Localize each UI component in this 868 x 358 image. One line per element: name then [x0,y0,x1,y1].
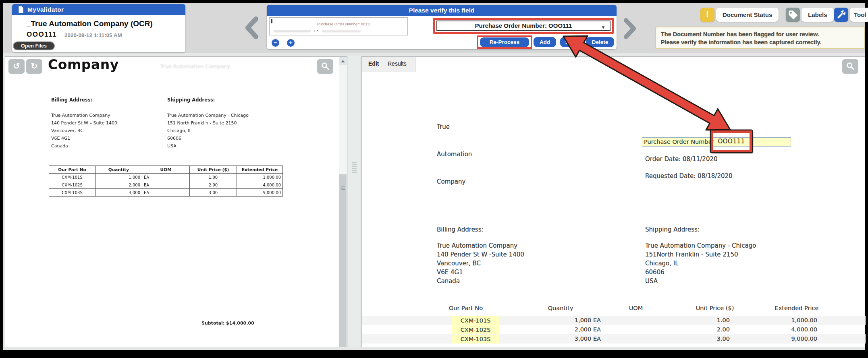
app-window: MyValidator _True Automation Company (OC… [0,0,868,358]
split-button[interactable]: Split [560,37,582,47]
left-panel-zoom-button[interactable] [317,59,333,74]
scrollbar-thumb[interactable] [339,174,347,347]
snippet-faint-line [274,30,311,32]
app-card: MyValidator _True Automation Company (OC… [12,4,185,52]
billing-address-label: Billing Address: [437,226,484,233]
scan-billing-label: Billing Address: [51,97,92,103]
magnifier-icon [320,61,330,71]
tooltip-line-1: The Document Number has been flagged for… [661,30,860,38]
zoom-out-button[interactable]: − [272,39,279,47]
document-icon [18,6,24,14]
verify-card-title: Please verify this field [267,7,617,14]
col-header-extended-price: Extended Price [756,305,837,311]
snippet-faint-dots [314,30,318,32]
add-button[interactable]: Add [534,37,556,47]
scan-company-heading: Company [48,57,119,72]
part-no-highlight: CXM-101S [452,316,499,325]
review-tooltip: The Document Number has been flagged for… [655,27,865,49]
extracted-data-panel: Edit Results True Automation Company Pur… [361,56,865,347]
verify-card-header: Please verify this field [267,5,617,16]
tag-icon [786,8,800,22]
panel-splitter[interactable] [348,56,360,347]
snippet-mark [271,19,272,23]
document-number: OOO111 [27,31,57,39]
document-status-button[interactable]: Document Status [716,8,779,22]
snippet-faint-line2 [322,30,361,32]
verify-field-card: Please verify this field Purchase Order … [267,5,617,49]
scan-billing-address: True Automation Company 140 Pender St W … [51,112,117,150]
document-status-icon[interactable]: ! [700,8,714,22]
doc-word-automation: Automation [437,151,472,158]
wrench-icon [834,8,848,22]
shipping-address-block: True Automation Company - Chicago 151Nor… [645,241,756,286]
table-header-row: Our Part No Quantity UOM Unit Price ($) … [49,166,283,174]
po-field-value: OOO111 [718,138,745,145]
document-title: _True Automation Company (OCR) [27,19,153,28]
labels-button[interactable]: Labels [802,8,834,22]
order-date-field: Order Date: 08/11/2020 [645,155,718,163]
scanned-document: Company True Automation Company Billing … [5,57,336,347]
table-row: CXM-101S 1,000 EA 1.00 1,000.00 [49,174,283,181]
scrollbar-up-arrow[interactable] [339,57,347,65]
tools-button[interactable]: Tool [850,8,868,22]
doc-word-company: Company [437,178,465,185]
tooltip-line-2: Please verify the information has been c… [661,38,860,46]
scan-line-items-table: Our Part No Quantity UOM Unit Price ($) … [49,166,283,197]
delete-button[interactable]: Delete [586,37,614,47]
redo-button[interactable]: ↻ [26,59,42,74]
table-row: CXM-102S 2,000 EA 2.00 4,000.00 [49,181,283,189]
field-dropdown-value: Purchase Order Number: OOO111 [475,22,572,29]
next-field-chevron[interactable] [622,18,638,39]
reprocess-button[interactable]: Re-Process [480,37,529,47]
billing-address-block: True Automation Company 140 Pender St W … [437,241,524,286]
part-no-highlight: CXM-103S [452,335,499,344]
snippet-text: Purchase Order Number: 00111 [317,22,371,26]
magnifier-icon [845,61,855,71]
doc-word-true: True [437,123,450,130]
document-timestamp: 2020-08-12 1:11:05 AM [64,32,122,38]
scan-shipping-label: Shipping Address: [167,97,215,103]
po-field-label: Purchase Order Number [644,139,714,145]
zoom-in-button[interactable]: + [287,39,295,47]
requested-date-field: Requested Date: 08/18/2020 [645,172,733,180]
splitter-grip [352,162,357,173]
app-card-header: MyValidator [12,4,185,15]
undo-button[interactable]: ↺ [8,59,25,74]
scrollbar-grip [341,186,345,190]
chevron-down-icon: ▼ [601,23,606,32]
previous-field-chevron[interactable] [243,16,260,39]
scan-subtotal: Subtotal: $14,000.00 [201,321,254,326]
open-files-button[interactable]: Open Files [13,41,55,50]
labels-tag-icon[interactable] [786,8,800,22]
col-header-part: Our Part No [426,305,506,311]
document-image-panel: Company True Automation Company Billing … [5,56,347,347]
col-header-quantity: Quantity [520,305,601,311]
scan-faint-header-text: True Automation Company [160,63,230,69]
right-panel-zoom-button[interactable] [842,59,858,74]
col-header-uom: UOM [596,305,676,311]
rendered-document: True Automation Company Purchase Order N… [362,57,866,348]
scan-shipping-address: True Automation Company - Chicago 151 No… [167,112,249,150]
po-value-annotation-box: OOO111 [711,130,752,152]
col-header-unit-price: Unit Price ($) [675,305,755,311]
field-snippet-thumbnail[interactable]: Purchase Order Number: 00111 [269,17,408,35]
table-row: CXM-103S 3,000 EA 3.00 9,000.00 [49,189,283,197]
app-title: MyValidator [27,6,64,13]
part-no-highlight: CXM-102S [452,325,499,334]
field-dropdown[interactable]: Purchase Order Number: OOO111 ▼ [436,21,611,31]
shipping-address-label: Shipping Address: [645,226,700,233]
tools-wrench-icon[interactable] [834,8,848,22]
